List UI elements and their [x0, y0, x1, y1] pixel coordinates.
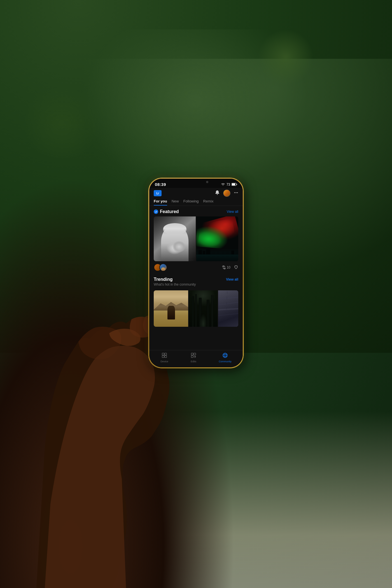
- trending-grid: [154, 290, 238, 327]
- remix-count[interactable]: 10: [222, 265, 230, 269]
- main-content: Featured View all: [149, 206, 243, 350]
- status-time: 08:39: [155, 182, 166, 187]
- status-icons: 73: [221, 183, 237, 186]
- phone-screen: 08:39 73: [149, 179, 243, 367]
- svg-point-15: [224, 353, 226, 358]
- svg-rect-7: [162, 353, 164, 355]
- battery-level: 73: [227, 183, 230, 186]
- photo-grid-icon: [162, 353, 167, 360]
- phone-device: 08:39 73: [148, 178, 244, 368]
- nav-community-label: Community: [219, 360, 232, 363]
- svg-point-3: [217, 194, 218, 195]
- trending-title: Trending View all: [154, 277, 238, 282]
- trending-subtitle: What's hot in the community: [154, 283, 238, 286]
- trending-image-forest[interactable]: [189, 290, 218, 327]
- featured-section-header: Featured View all: [149, 206, 243, 216]
- svg-point-14: [223, 353, 227, 358]
- nav-edits-label: Edits: [191, 360, 196, 363]
- lr-logo: Lr: [154, 190, 162, 196]
- featured-image-portrait[interactable]: [154, 216, 196, 261]
- svg-point-5: [236, 192, 237, 193]
- tab-following[interactable]: Following: [183, 199, 199, 206]
- tab-for-you[interactable]: For you: [154, 199, 167, 206]
- featured-title: Featured: [154, 209, 179, 214]
- svg-rect-13: [191, 356, 193, 358]
- trending-image-couple[interactable]: [154, 290, 188, 327]
- globe-icon: [222, 353, 228, 360]
- notifications-icon[interactable]: [215, 190, 220, 196]
- nav-tabs: For you New Following Remix: [149, 197, 243, 206]
- phone-frame: 08:39 73: [148, 178, 244, 368]
- interaction-counts: 10: [222, 265, 238, 270]
- tab-remix[interactable]: Remix: [203, 199, 214, 206]
- battery-icon: [232, 183, 237, 186]
- wifi-icon: [221, 183, 225, 186]
- verified-badge: [154, 209, 158, 214]
- svg-rect-11: [191, 353, 193, 355]
- trending-section-header: Trending View all What's hot in the comm…: [149, 274, 243, 290]
- svg-rect-1: [237, 184, 237, 185]
- more-options-icon[interactable]: [234, 190, 238, 196]
- trending-view-all[interactable]: View all: [226, 277, 238, 281]
- svg-rect-12: [194, 353, 196, 355]
- like-button[interactable]: [234, 265, 238, 270]
- bottom-nav: Device Edits: [149, 350, 243, 367]
- user-avatar[interactable]: [223, 190, 230, 197]
- app-header: Lr: [149, 188, 243, 197]
- user-avatars: [154, 263, 165, 271]
- notch: [179, 179, 213, 186]
- header-actions: [215, 190, 238, 197]
- edits-icon: [191, 353, 196, 360]
- svg-rect-10: [165, 356, 167, 358]
- interaction-row: 10: [149, 261, 243, 274]
- svg-rect-8: [165, 353, 167, 355]
- svg-point-6: [237, 192, 238, 193]
- heart-icon: [234, 265, 238, 270]
- svg-rect-2: [232, 183, 235, 185]
- user-avatar-2: [159, 263, 167, 271]
- featured-image-aurora[interactable]: [196, 216, 238, 261]
- trending-image-texture[interactable]: [218, 290, 238, 327]
- remix-icon: [222, 265, 226, 269]
- nav-item-edits[interactable]: Edits: [191, 353, 196, 363]
- nav-device-label: Device: [160, 360, 168, 363]
- nav-item-community[interactable]: Community: [219, 353, 232, 363]
- featured-grid: [154, 216, 238, 261]
- svg-rect-9: [162, 356, 164, 358]
- svg-point-4: [234, 192, 235, 193]
- nav-item-device[interactable]: Device: [160, 353, 168, 363]
- tab-new[interactable]: New: [172, 199, 179, 206]
- featured-view-all[interactable]: View all: [227, 210, 238, 214]
